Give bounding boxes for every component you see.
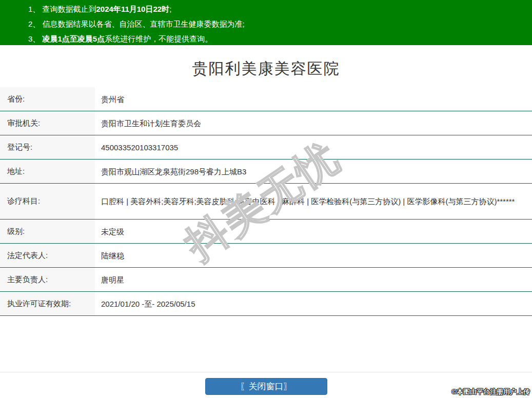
close-window-button[interactable]: 〖关闭窗口〗: [205, 378, 327, 395]
field-value: 贵阳市卫生和计划生育委员会: [95, 111, 532, 135]
notice-text-bold: 凌晨1点至凌晨5点: [43, 34, 105, 43]
field-label: 主要负责人:: [0, 268, 95, 291]
notice-text: 3、: [28, 34, 43, 43]
table-row-legal-representative: 法定代表人: 陆继稳: [0, 244, 532, 268]
field-label: 审批机关:: [0, 111, 95, 135]
notice-banner: 1、 查询数据截止到2024年11月10日22时; 2、 信息数据结果以各省、自…: [0, 0, 532, 45]
table-row-level: 级别: 未定级: [0, 220, 532, 244]
field-label: 登记号:: [0, 135, 95, 159]
field-label: 诊疗科目:: [0, 184, 95, 219]
table-row-person-in-charge: 主要负责人: 唐明星: [0, 268, 532, 292]
field-label: 执业许可证有效期:: [0, 292, 95, 315]
notice-text: 1、 查询数据截止到: [28, 5, 96, 13]
field-label: 地址:: [0, 160, 95, 183]
table-row-approval-authority: 审批机关: 贵阳市卫生和计划生育委员会: [0, 111, 532, 135]
notice-text: ;: [169, 5, 171, 13]
field-label: 法定代表人:: [0, 244, 95, 267]
notice-text: 2、 信息数据结果以各省、自治区、直辖市卫生健康委数据为准;: [28, 19, 245, 28]
hospital-info-table: 省份: 贵州省 审批机关: 贵阳市卫生和计划生育委员会 登记号: 4500335…: [0, 87, 532, 316]
field-value: 口腔科 | 美容外科;美容牙科;美容皮肤科;美容中医科 | 麻醉科 | 医学检验…: [95, 184, 532, 219]
field-label: 省份:: [0, 87, 95, 111]
notice-line-2: 2、 信息数据结果以各省、自治区、直辖市卫生健康委数据为准;: [28, 16, 527, 31]
table-row-address: 地址: 贵阳市观山湖区龙泉苑街298号睿力上城B3: [0, 160, 532, 184]
notice-text-bold: 2024年11月10日22时: [96, 5, 170, 13]
field-value: 未定级: [95, 220, 532, 243]
field-value: 贵州省: [95, 87, 532, 111]
field-value: 450033520103317035: [95, 135, 532, 159]
field-value: 陆继稳: [95, 244, 532, 267]
notice-line-1: 1、 查询数据截止到2024年11月10日22时;: [28, 2, 527, 16]
notice-line-3: 3、 凌晨1点至凌晨5点系统进行维护，不能提供查询。: [28, 31, 527, 46]
page-title: 贵阳利美康美容医院: [0, 45, 532, 87]
table-row-medical-subjects: 诊疗科目: 口腔科 | 美容外科;美容牙科;美容皮肤科;美容中医科 | 麻醉科 …: [0, 184, 532, 220]
page: 1、 查询数据截止到2024年11月10日22时; 2、 信息数据结果以各省、自…: [0, 0, 532, 398]
copyright-watermark: ©本图由平台注册用户上传: [451, 387, 530, 396]
bottom-divider: [0, 372, 532, 372]
field-value: 贵阳市观山湖区龙泉苑街298号睿力上城B3: [95, 160, 532, 183]
field-value: 2021/01/20 -至- 2025/05/15: [95, 292, 532, 315]
table-row-license-validity: 执业许可证有效期: 2021/01/20 -至- 2025/05/15: [0, 292, 532, 316]
notice-text: 系统进行维护，不能提供查询。: [105, 34, 212, 43]
table-row-province: 省份: 贵州省: [0, 87, 532, 111]
field-label: 级别:: [0, 220, 95, 243]
field-value: 唐明星: [95, 268, 532, 291]
table-row-registration-number: 登记号: 450033520103317035: [0, 135, 532, 160]
